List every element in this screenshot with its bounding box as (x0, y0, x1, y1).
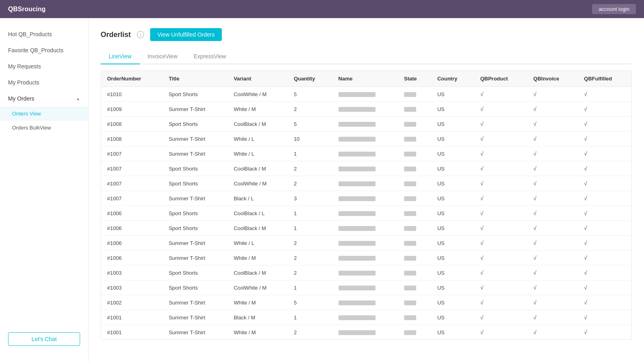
cell-qbproduct: √ (474, 176, 527, 191)
sidebar-item-favorite-qb-products[interactable]: Favorite QB_Products (0, 42, 88, 58)
cell-qbproduct: √ (474, 102, 527, 117)
view-unfulfilled-orders-button[interactable]: View Unfulfilled Orders (150, 28, 222, 41)
cell-country: US (431, 117, 474, 132)
sidebar-item-orders-bulkview[interactable]: Orders BulkView (0, 121, 88, 135)
cell-quantity: 5 (288, 117, 332, 132)
table-row: #1008 Summer T-Shirt White / L 10 ██████… (101, 132, 632, 146)
cell-variant: CoolBlack / L (228, 206, 288, 221)
cell-country: US (431, 146, 474, 161)
cell-qbinvoice: √ (527, 236, 578, 251)
cell-name: ██████████ (332, 161, 398, 176)
cell-title: Sport Shorts (163, 87, 227, 102)
table-row: #1003 Sport Shorts CoolBlack / M 2 █████… (101, 265, 632, 280)
cell-country: US (431, 310, 474, 325)
cell-qbinvoice: √ (527, 221, 578, 236)
view-tabs: LineView InvoiceView ExpressView (101, 49, 632, 64)
table-row: #1008 Sport Shorts CoolBlack / M 5 █████… (101, 117, 632, 132)
cell-state: ██ (398, 146, 431, 161)
cell-variant: CoolWhite / M (228, 280, 288, 295)
table-row: #1007 Sport Shorts CoolBlack / M 2 █████… (101, 161, 632, 176)
cell-variant: CoolBlack / M (228, 161, 288, 176)
sidebar-footer: Let's Chat (0, 324, 88, 354)
cell-qbfulfilled: √ (578, 265, 632, 280)
cell-order-number: #1010 (101, 87, 163, 102)
table-row: #1001 Summer T-Shirt Black / M 1 ███████… (101, 310, 632, 325)
cell-state: ██ (398, 102, 431, 117)
cell-order-number: #1007 (101, 176, 163, 191)
cell-variant: CoolWhite / M (228, 87, 288, 102)
cell-qbproduct: √ (474, 221, 527, 236)
cell-qbproduct: √ (474, 236, 527, 251)
cell-state: ██ (398, 295, 431, 310)
cell-title: Sport Shorts (163, 176, 227, 191)
cell-order-number: #1001 (101, 310, 163, 325)
cell-qbinvoice: √ (527, 146, 578, 161)
tab-line-view[interactable]: LineView (101, 49, 140, 64)
cell-order-number: #1007 (101, 161, 163, 176)
sidebar-item-hot-qb-products[interactable]: Hot QB_Products (0, 26, 88, 42)
cell-qbinvoice: √ (527, 87, 578, 102)
cell-variant: CoolBlack / M (228, 117, 288, 132)
cell-qbproduct: √ (474, 206, 527, 221)
cell-variant: Black / L (228, 191, 288, 206)
main-layout: Hot QB_Products Favorite QB_Products My … (0, 18, 644, 362)
cell-country: US (431, 132, 474, 146)
tab-express-view[interactable]: ExpressView (186, 49, 234, 64)
cell-qbinvoice: √ (527, 206, 578, 221)
navbar: QBSroucing account login (0, 0, 644, 18)
cell-qbfulfilled: √ (578, 176, 632, 191)
cell-name: ██████████ (332, 221, 398, 236)
table-header: OrderNumber Title Variant Quantity Name … (101, 71, 632, 87)
col-variant: Variant (228, 71, 288, 87)
cell-country: US (431, 295, 474, 310)
cell-name: ██████████ (332, 132, 398, 146)
cell-qbfulfilled: √ (578, 87, 632, 102)
user-account-button[interactable]: account login (592, 4, 636, 14)
cell-quantity: 2 (288, 265, 332, 280)
sidebar-item-my-orders[interactable]: My Orders ▲ (0, 90, 88, 107)
sidebar-item-my-products[interactable]: My Products (0, 74, 88, 90)
info-icon[interactable]: i (137, 31, 144, 38)
cell-qbproduct: √ (474, 191, 527, 206)
cell-qbfulfilled: √ (578, 102, 632, 117)
col-qbfulfilled: QBFulfilled (578, 71, 632, 87)
cell-variant: CoolWhite / M (228, 176, 288, 191)
cell-variant: Black / M (228, 310, 288, 325)
cell-variant: CoolBlack / M (228, 265, 288, 280)
cell-country: US (431, 206, 474, 221)
cell-variant: White / L (228, 146, 288, 161)
cell-qbfulfilled: √ (578, 280, 632, 295)
cell-state: ██ (398, 206, 431, 221)
orders-table: OrderNumber Title Variant Quantity Name … (101, 71, 632, 339)
cell-qbfulfilled: √ (578, 191, 632, 206)
cell-qbinvoice: √ (527, 280, 578, 295)
tab-invoice-view[interactable]: InvoiceView (140, 49, 186, 64)
col-title: Title (163, 71, 227, 87)
sidebar-item-orders-view[interactable]: Orders View (0, 107, 88, 121)
col-quantity: Quantity (288, 71, 332, 87)
cell-qbinvoice: √ (527, 251, 578, 265)
cell-state: ██ (398, 236, 431, 251)
cell-state: ██ (398, 280, 431, 295)
cell-order-number: #1007 (101, 146, 163, 161)
cell-quantity: 5 (288, 295, 332, 310)
cell-title: Sport Shorts (163, 161, 227, 176)
lets-chat-button[interactable]: Let's Chat (8, 332, 80, 346)
cell-country: US (431, 325, 474, 340)
table-body: #1010 Sport Shorts CoolWhite / M 5 █████… (101, 87, 632, 340)
cell-country: US (431, 87, 474, 102)
cell-qbfulfilled: √ (578, 295, 632, 310)
cell-title: Sport Shorts (163, 280, 227, 295)
table-row: #1007 Summer T-Shirt White / L 1 ███████… (101, 146, 632, 161)
col-name: Name (332, 71, 398, 87)
cell-quantity: 1 (288, 206, 332, 221)
cell-qbinvoice: √ (527, 102, 578, 117)
cell-country: US (431, 236, 474, 251)
cell-title: Summer T-Shirt (163, 295, 227, 310)
cell-title: Sport Shorts (163, 117, 227, 132)
cell-country: US (431, 191, 474, 206)
cell-variant: CoolBlack / M (228, 221, 288, 236)
cell-qbproduct: √ (474, 310, 527, 325)
sidebar-item-my-requests[interactable]: My Requests (0, 58, 88, 74)
col-qbinvoice: QBInvoice (527, 71, 578, 87)
